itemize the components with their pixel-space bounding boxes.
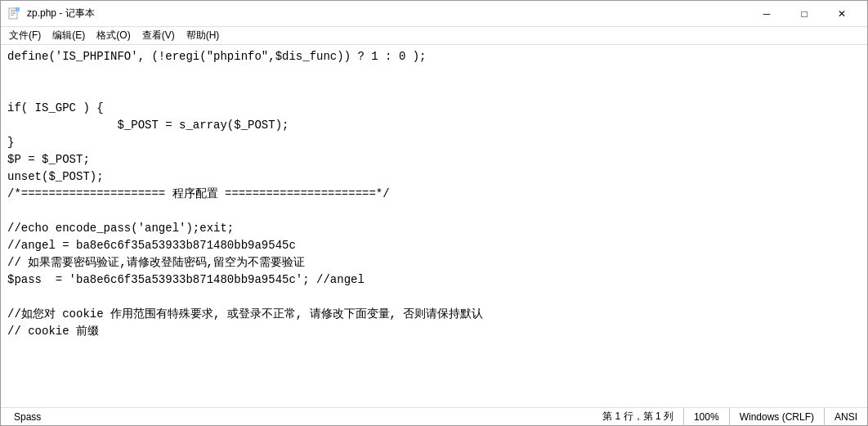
menu-bar: 文件(F) 编辑(E) 格式(O) 查看(V) 帮助(H) bbox=[1, 27, 867, 45]
notepad-window: zp.php - 记事本 ─ □ ✕ 文件(F) 编辑(E) 格式(O) 查看(… bbox=[0, 0, 868, 426]
menu-file[interactable]: 文件(F) bbox=[4, 27, 46, 44]
line-ending: Windows (CRLF) bbox=[729, 408, 824, 426]
svg-rect-5 bbox=[16, 7, 20, 11]
notepad-icon bbox=[7, 7, 20, 20]
editor-area: define('IS_PHPINFO', (!eregi("phpinfo",$… bbox=[1, 45, 867, 407]
window-title: zp.php - 记事本 bbox=[27, 7, 95, 20]
status-bar-right: 第 1 行，第 1 列 100% Windows (CRLF) ANSI bbox=[593, 408, 867, 426]
minimize-button[interactable]: ─ bbox=[748, 1, 785, 27]
menu-view[interactable]: 查看(V) bbox=[137, 27, 180, 44]
title-bar-left: zp.php - 记事本 bbox=[7, 7, 95, 20]
code-editor[interactable]: define('IS_PHPINFO', (!eregi("phpinfo",$… bbox=[1, 45, 867, 407]
window-controls: ─ □ ✕ bbox=[748, 1, 861, 27]
menu-format[interactable]: 格式(O) bbox=[92, 27, 135, 44]
menu-edit[interactable]: 编辑(E) bbox=[47, 27, 90, 44]
cursor-position: 第 1 行，第 1 列 bbox=[593, 408, 683, 426]
svg-rect-1 bbox=[11, 10, 16, 11]
close-button[interactable]: ✕ bbox=[823, 1, 861, 27]
svg-rect-2 bbox=[11, 11, 16, 12]
svg-rect-3 bbox=[11, 13, 16, 14]
encoding: ANSI bbox=[824, 408, 867, 426]
spass-label: Spass bbox=[7, 411, 593, 423]
zoom-level: 100% bbox=[683, 408, 729, 426]
maximize-button[interactable]: □ bbox=[785, 1, 823, 27]
title-bar: zp.php - 记事本 ─ □ ✕ bbox=[1, 1, 867, 27]
status-bar-left: Spass bbox=[1, 411, 593, 423]
menu-help[interactable]: 帮助(H) bbox=[181, 27, 225, 44]
status-bar: Spass 第 1 行，第 1 列 100% Windows (CRLF) AN… bbox=[1, 407, 867, 425]
svg-rect-4 bbox=[11, 15, 14, 16]
